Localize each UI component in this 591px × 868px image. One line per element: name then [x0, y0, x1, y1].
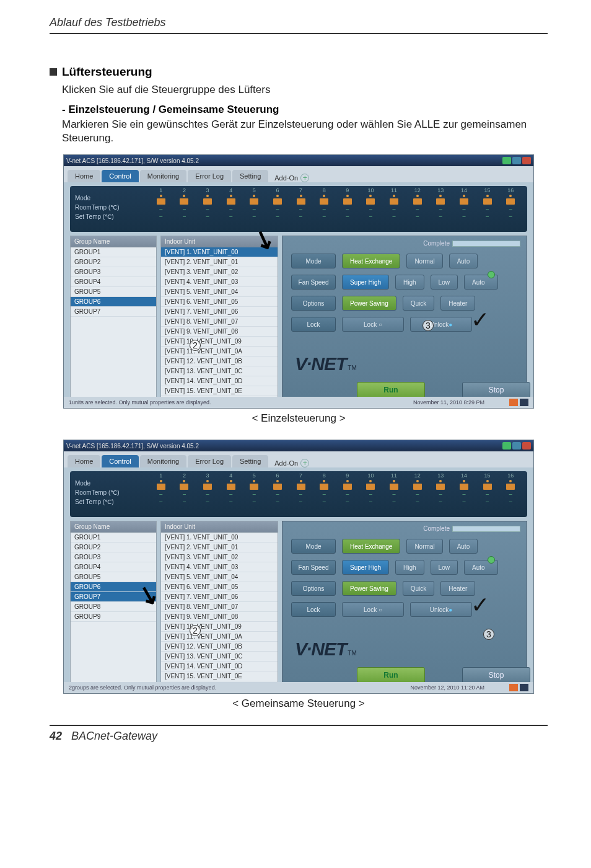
- plus-icon[interactable]: +: [300, 459, 309, 467]
- fan-superhigh[interactable]: Super High: [342, 560, 389, 575]
- mode-auto[interactable]: Auto: [449, 539, 478, 554]
- group-item[interactable]: GROUP2: [71, 257, 156, 267]
- fan-low[interactable]: Low: [431, 275, 458, 290]
- unit-item[interactable]: [VENT] 14. VENT_UNIT_0D: [161, 376, 278, 386]
- close-icon[interactable]: [522, 157, 531, 164]
- tab-monitoring[interactable]: Monitoring: [140, 170, 186, 182]
- run-button[interactable]: Run: [357, 667, 425, 683]
- strip-col: 6––: [266, 187, 289, 219]
- unit-item[interactable]: [VENT] 5. VENT_UNIT_04: [161, 287, 278, 297]
- unit-item[interactable]: [VENT] 2. VENT_UNIT_01: [161, 542, 278, 552]
- unit-item[interactable]: [VENT] 11. VENT_UNIT_0A: [161, 347, 278, 356]
- opt-heater[interactable]: Heater: [440, 581, 475, 596]
- maximize-icon[interactable]: [512, 442, 521, 450]
- unit-item[interactable]: [VENT] 10. VENT_UNIT_09: [161, 337, 278, 347]
- lock-on[interactable]: Lock ○: [342, 602, 404, 617]
- group-item[interactable]: GROUP4: [71, 562, 156, 572]
- unit-item[interactable]: [VENT] 8. VENT_UNIT_07: [161, 602, 278, 612]
- unit-item[interactable]: [VENT] 7. VENT_UNIT_06: [161, 592, 278, 602]
- unit-item[interactable]: [VENT] 2. VENT_UNIT_01: [161, 257, 278, 267]
- unit-item[interactable]: [VENT] 7. VENT_UNIT_06: [161, 307, 278, 317]
- mode-heatexchange[interactable]: Heat Exchange: [342, 539, 400, 554]
- group-item[interactable]: GROUP8: [71, 602, 156, 612]
- unit-item[interactable]: [VENT] 1. VENT_UNIT_00: [161, 533, 278, 542]
- unit-item[interactable]: [VENT] 4. VENT_UNIT_03: [161, 562, 278, 572]
- unit-item[interactable]: [VENT] 12. VENT_UNIT_0B: [161, 356, 278, 366]
- maximize-icon[interactable]: [512, 157, 521, 164]
- run-button[interactable]: Run: [357, 382, 425, 398]
- unit-item[interactable]: [VENT] 13. VENT_UNIT_0C: [161, 652, 278, 662]
- tab-home[interactable]: Home: [68, 170, 100, 182]
- unit-item[interactable]: [VENT] 6. VENT_UNIT_05: [161, 582, 278, 592]
- opt-quick[interactable]: Quick: [403, 581, 435, 596]
- group-item[interactable]: GROUP2: [71, 542, 156, 552]
- unit-item[interactable]: [VENT] 15. VENT_UNIT_0E: [161, 386, 278, 396]
- mode-normal[interactable]: Normal: [406, 539, 442, 554]
- fan-superhigh[interactable]: Super High: [342, 275, 389, 290]
- stop-button[interactable]: Stop: [462, 382, 530, 398]
- tab-setting[interactable]: Setting: [232, 170, 268, 182]
- fan-high[interactable]: High: [395, 560, 424, 575]
- unit-item[interactable]: [VENT] 11. VENT_UNIT_0A: [161, 632, 278, 642]
- unit-item[interactable]: [VENT] 12. VENT_UNIT_0B: [161, 642, 278, 652]
- tab-addon[interactable]: Add-On+: [274, 459, 309, 467]
- unit-item[interactable]: [VENT] 14. VENT_UNIT_0D: [161, 662, 278, 671]
- tab-home[interactable]: Home: [68, 455, 100, 467]
- tab-errorlog[interactable]: Error Log: [188, 455, 231, 467]
- group-item[interactable]: GROUP9: [71, 612, 156, 622]
- close-icon[interactable]: [522, 442, 531, 450]
- group-item[interactable]: GROUP3: [71, 267, 156, 277]
- group-item[interactable]: GROUP1: [71, 533, 156, 542]
- unit-item[interactable]: [VENT] 1. VENT_UNIT_00: [161, 247, 278, 257]
- unit-item[interactable]: [VENT] 9. VENT_UNIT_08: [161, 612, 278, 622]
- tab-addon[interactable]: Add-On+: [274, 174, 309, 182]
- tab-control[interactable]: Control: [102, 170, 138, 182]
- group-item[interactable]: GROUP3: [71, 552, 156, 562]
- tab-monitoring[interactable]: Monitoring: [140, 455, 186, 467]
- opt-powersaving[interactable]: Power Saving: [342, 581, 396, 596]
- mode-normal[interactable]: Normal: [406, 254, 442, 268]
- unit-item[interactable]: [VENT] 4. VENT_UNIT_03: [161, 277, 278, 287]
- group-item[interactable]: GROUP4: [71, 277, 156, 287]
- lock-on[interactable]: Lock ○: [342, 317, 404, 332]
- tab-setting[interactable]: Setting: [232, 455, 268, 467]
- stop-button[interactable]: Stop: [462, 667, 530, 683]
- minimize-icon[interactable]: [502, 442, 511, 450]
- screenshot-individual-control: V-net ACS [165.186.42.171], S/W version …: [63, 154, 534, 409]
- opt-quick[interactable]: Quick: [403, 296, 435, 311]
- group-item[interactable]: GROUP7: [71, 307, 156, 317]
- fan-high[interactable]: High: [395, 275, 424, 290]
- unit-item[interactable]: [VENT] 5. VENT_UNIT_04: [161, 572, 278, 582]
- unit-item[interactable]: [VENT] 9. VENT_UNIT_08: [161, 327, 278, 337]
- opt-heater[interactable]: Heater: [440, 296, 475, 311]
- unit-item[interactable]: [VENT] 10. VENT_UNIT_09: [161, 622, 278, 632]
- group-item[interactable]: GROUP6: [71, 297, 156, 307]
- unit-item[interactable]: [VENT] 3. VENT_UNIT_02: [161, 267, 278, 277]
- strip-label-settemp: Set Temp (℃): [75, 498, 139, 505]
- unit-item[interactable]: [VENT] 6. VENT_UNIT_05: [161, 297, 278, 307]
- lock-off[interactable]: Unlock ●: [410, 602, 472, 617]
- unit-item[interactable]: [VENT] 8. VENT_UNIT_07: [161, 317, 278, 327]
- plus-icon[interactable]: +: [300, 174, 309, 182]
- unit-item[interactable]: [VENT] 15. VENT_UNIT_0E: [161, 671, 278, 681]
- window-controls[interactable]: [502, 157, 531, 164]
- opt-powersaving[interactable]: Power Saving: [342, 296, 396, 311]
- minimize-icon[interactable]: [502, 157, 511, 164]
- fan-auto[interactable]: Auto: [464, 560, 498, 575]
- group-item[interactable]: GROUP5: [71, 287, 156, 297]
- row-label-lock: Lock: [291, 602, 336, 617]
- group-item[interactable]: GROUP7: [71, 592, 156, 602]
- lock-off[interactable]: Unlock ●: [410, 317, 472, 332]
- fan-low[interactable]: Low: [431, 560, 458, 575]
- unit-item[interactable]: [VENT] 13. VENT_UNIT_0C: [161, 366, 278, 376]
- group-item[interactable]: GROUP5: [71, 572, 156, 582]
- group-item[interactable]: GROUP6: [71, 582, 156, 592]
- mode-auto[interactable]: Auto: [449, 254, 478, 268]
- tab-control[interactable]: Control: [102, 455, 138, 467]
- tab-errorlog[interactable]: Error Log: [188, 170, 231, 182]
- mode-heatexchange[interactable]: Heat Exchange: [342, 254, 400, 268]
- window-controls[interactable]: [502, 442, 531, 450]
- unit-item[interactable]: [VENT] 3. VENT_UNIT_02: [161, 552, 278, 562]
- group-item[interactable]: GROUP1: [71, 247, 156, 257]
- fan-auto[interactable]: Auto: [464, 275, 498, 290]
